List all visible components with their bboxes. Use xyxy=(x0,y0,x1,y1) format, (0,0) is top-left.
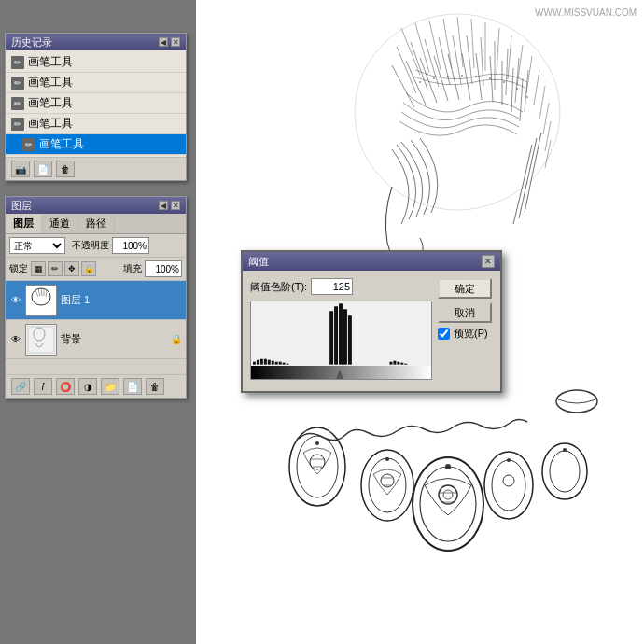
layer-item-bg[interactable]: 👁 背景 🔒 xyxy=(6,320,186,359)
link-layers-btn[interactable]: 🔗 xyxy=(11,378,30,395)
svg-point-47 xyxy=(489,77,491,79)
svg-point-48 xyxy=(503,81,505,83)
layer-eye-1[interactable]: 👁 xyxy=(9,294,22,307)
svg-point-70 xyxy=(507,458,511,462)
layer-eye-bg[interactable]: 👁 xyxy=(9,333,22,346)
delete-layer-btn[interactable]: 🗑 xyxy=(146,378,164,395)
watermark: WWW.MISSVUAN.COM xyxy=(535,7,637,18)
svg-rect-93 xyxy=(275,362,278,365)
brush-icon: ✏ xyxy=(11,97,24,110)
history-new-document-btn[interactable]: 📄 xyxy=(34,161,52,177)
history-item[interactable]: ✏ 画笔工具 xyxy=(6,73,186,93)
dialog-buttons: 确定 取消 预览(P) xyxy=(438,278,493,384)
history-panel: 历史记录 ◀ ✕ ✏ 画笔工具 ✏ 画笔工具 ✏ 画笔工具 ✏ 画笔工具 ✏ 画… xyxy=(5,33,187,181)
svg-rect-83 xyxy=(26,325,56,355)
history-minimize-btn[interactable]: ◀ xyxy=(159,37,168,47)
svg-rect-99 xyxy=(339,303,343,364)
new-group-btn[interactable]: 📁 xyxy=(101,378,119,395)
tab-layers[interactable]: 图层 xyxy=(6,214,42,233)
lock-all-btn[interactable]: 🔒 xyxy=(81,261,96,276)
threshold-dialog: 阈值 ✕ 阈值色阶(T): xyxy=(241,250,502,393)
lock-paint-btn[interactable]: ✏ xyxy=(48,261,63,276)
fill-input[interactable] xyxy=(145,260,182,277)
cancel-button[interactable]: 取消 xyxy=(438,302,492,323)
svg-point-69 xyxy=(445,464,451,469)
svg-rect-104 xyxy=(397,362,399,365)
svg-point-42 xyxy=(419,81,421,83)
histogram-container xyxy=(250,301,432,380)
threshold-input[interactable] xyxy=(311,278,353,295)
dialog-close-btn[interactable]: ✕ xyxy=(482,255,495,268)
layer-effects-btn[interactable]: f xyxy=(34,378,52,395)
svg-rect-103 xyxy=(393,361,396,365)
svg-rect-106 xyxy=(404,364,407,365)
history-item-active[interactable]: ✏ 画笔工具 xyxy=(6,134,186,155)
layers-panel-controls: ◀ ✕ xyxy=(159,201,180,210)
layer-thumbnail-bg xyxy=(25,324,57,356)
svg-point-71 xyxy=(563,448,567,452)
histogram-marker[interactable] xyxy=(336,366,343,379)
history-item-label: 画笔工具 xyxy=(28,54,73,70)
tab-channels[interactable]: 通道 xyxy=(42,214,78,233)
history-close-btn[interactable]: ✕ xyxy=(171,37,180,47)
layers-close-btn[interactable]: ✕ xyxy=(171,201,180,210)
layers-lock-controls: 锁定 ▦ ✏ ✥ 🔒 填充 xyxy=(6,258,186,281)
svg-rect-94 xyxy=(279,362,282,365)
preview-checkbox[interactable] xyxy=(438,328,450,340)
svg-rect-91 xyxy=(268,360,271,365)
svg-rect-76 xyxy=(26,286,56,315)
svg-rect-102 xyxy=(389,362,392,365)
histogram-svg xyxy=(251,301,431,367)
fill-label: 填充 xyxy=(123,262,142,275)
svg-rect-92 xyxy=(272,361,274,365)
threshold-label: 阈值色阶(T): xyxy=(250,280,307,294)
add-mask-btn[interactable]: ⭕ xyxy=(56,378,75,395)
svg-rect-98 xyxy=(334,306,338,364)
svg-point-50 xyxy=(526,96,528,98)
layer-name-bg: 背景 xyxy=(61,332,171,346)
layers-minimize-btn[interactable]: ◀ xyxy=(159,201,168,210)
svg-rect-96 xyxy=(287,364,289,365)
brush-icon: ✏ xyxy=(11,118,24,131)
dialog-main-area: 阈值色阶(T): xyxy=(250,278,432,384)
preview-row: 预览(P) xyxy=(438,327,493,341)
tab-paths[interactable]: 路径 xyxy=(78,214,115,233)
histogram-gradient-bar xyxy=(251,366,431,379)
lock-label: 锁定 xyxy=(9,262,28,275)
blend-mode-select[interactable]: 正常 xyxy=(9,237,65,254)
history-new-snapshot-btn[interactable]: 📷 xyxy=(11,161,30,177)
opacity-input[interactable] xyxy=(112,237,149,254)
layer-lock-icon: 🔒 xyxy=(171,334,182,345)
new-layer-btn[interactable]: 📄 xyxy=(123,378,142,395)
dialog-body: 阈值色阶(T): xyxy=(243,271,500,391)
preview-label: 预览(P) xyxy=(454,327,488,341)
layer-name-1: 图层 1 xyxy=(61,293,182,307)
history-item[interactable]: ✏ 画笔工具 xyxy=(6,114,186,134)
layers-panel-titlebar: 图层 ◀ ✕ xyxy=(6,197,186,214)
svg-point-44 xyxy=(447,76,449,77)
lock-move-btn[interactable]: ✥ xyxy=(64,261,79,276)
svg-point-49 xyxy=(516,88,518,90)
history-delete-btn[interactable]: 🗑 xyxy=(56,161,75,177)
history-item-label: 画笔工具 xyxy=(28,95,73,111)
svg-rect-100 xyxy=(343,309,347,364)
layers-panel: 图层 ◀ ✕ 图层 通道 路径 正常 不透明度 锁定 ▦ ✏ ✥ 🔒 填充 👁 xyxy=(5,196,187,399)
svg-rect-105 xyxy=(400,363,403,365)
history-item[interactable]: ✏ 画笔工具 xyxy=(6,52,186,73)
lock-transparent-btn[interactable]: ▦ xyxy=(31,261,46,276)
layer-item-1[interactable]: 👁 图层 1 xyxy=(6,281,186,320)
active-indicator xyxy=(11,141,19,148)
svg-point-68 xyxy=(385,457,389,461)
layers-blend-controls: 正常 不透明度 xyxy=(6,234,186,258)
layers-tabs: 图层 通道 路径 xyxy=(6,214,186,234)
svg-rect-87 xyxy=(253,362,256,365)
svg-point-46 xyxy=(475,76,477,77)
history-panel-titlebar: 历史记录 ◀ ✕ xyxy=(6,34,186,50)
brush-icon: ✏ xyxy=(11,56,24,69)
svg-point-43 xyxy=(433,77,435,79)
history-item[interactable]: ✏ 画笔工具 xyxy=(6,93,186,114)
new-adjustment-btn[interactable]: ◑ xyxy=(78,378,97,395)
ok-button[interactable]: 确定 xyxy=(438,278,492,299)
svg-rect-101 xyxy=(348,315,352,364)
svg-rect-95 xyxy=(283,363,286,365)
